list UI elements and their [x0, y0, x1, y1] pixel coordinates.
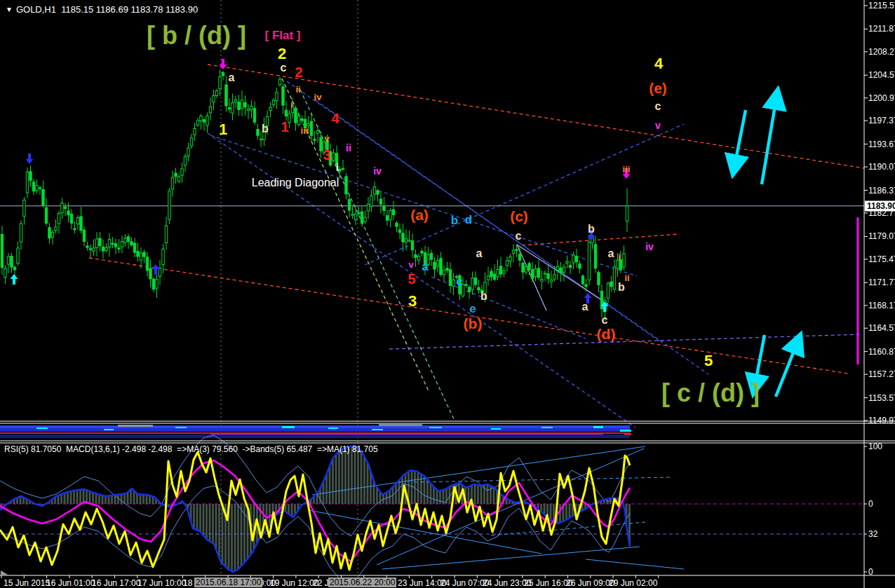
candle-body: [607, 283, 609, 298]
wave-annotation[interactable]: iv: [314, 93, 322, 102]
wave-annotation[interactable]: [ Flat ]: [265, 29, 301, 41]
candle-body: [320, 137, 322, 151]
candle-body: [566, 261, 568, 263]
wave-annotation[interactable]: i: [618, 252, 621, 261]
candle-body: [415, 255, 417, 258]
candle-body: [95, 239, 97, 247]
candle-body: [64, 207, 66, 209]
wave-annotation[interactable]: 5: [408, 272, 415, 286]
indicator-trendline[interactable]: [491, 522, 645, 535]
big-trend-arrow[interactable]: [776, 342, 798, 397]
wave-annotation[interactable]: e: [469, 303, 476, 315]
candle-body: [518, 254, 520, 260]
wave-annotation[interactable]: a: [476, 248, 483, 259]
wave-annotation[interactable]: [ c / (d) ]: [661, 381, 760, 406]
wave-annotation[interactable]: (e): [649, 81, 667, 95]
price-axis-label: 1153.57: [868, 393, 895, 403]
candle-body: [408, 240, 410, 241]
wave-annotation[interactable]: ii: [346, 143, 351, 153]
collapse-triangle-icon[interactable]: ▼: [6, 6, 13, 13]
wave-annotation[interactable]: [ b / (d) ]: [147, 23, 246, 48]
wave-annotation[interactable]: c: [655, 101, 661, 112]
wave-annotation[interactable]: (d): [597, 327, 616, 341]
indicator-trendline[interactable]: [382, 547, 640, 569]
candle-body: [13, 267, 15, 270]
wave-annotation[interactable]: 4: [654, 56, 663, 71]
candle-body: [282, 87, 284, 105]
wave-annotation[interactable]: iv: [645, 242, 654, 252]
strip-segment: [210, 434, 603, 435]
wave-annotation[interactable]: c: [281, 62, 287, 74]
candle-body: [594, 245, 596, 268]
candle-body: [411, 241, 413, 250]
wave-annotation[interactable]: iv: [373, 166, 382, 176]
wave-annotation[interactable]: 2: [278, 46, 286, 62]
candle-body: [80, 217, 82, 231]
strip-segment: [282, 426, 295, 428]
trendline[interactable]: [316, 100, 661, 342]
wave-annotation[interactable]: ii: [624, 273, 629, 282]
candle-body: [146, 257, 148, 271]
wave-annotation[interactable]: c: [602, 315, 608, 326]
candle-body: [440, 259, 442, 275]
wave-annotation[interactable]: c: [456, 275, 462, 287]
wave-annotation[interactable]: v: [655, 121, 661, 130]
wave-annotation[interactable]: 3: [323, 148, 330, 162]
time-axis-label: 15 Jun 2015: [4, 578, 50, 588]
candle-body: [345, 177, 347, 194]
wave-annotation[interactable]: iii: [301, 126, 309, 135]
wave-annotation[interactable]: iii: [623, 165, 631, 174]
wave-annotation[interactable]: i: [336, 162, 339, 172]
wave-annotation[interactable]: b: [451, 214, 458, 226]
wave-annotation[interactable]: b: [588, 224, 595, 235]
wave-annotation[interactable]: 5: [704, 353, 713, 369]
strip-segment: [118, 425, 153, 427]
indicator-scale-label: 0: [868, 499, 873, 509]
histogram-bar: [76, 490, 79, 504]
wave-annotation[interactable]: ii: [295, 85, 300, 94]
candle-body: [238, 102, 240, 110]
wave-annotation[interactable]: 4: [331, 111, 339, 125]
candle-body: [130, 242, 133, 245]
wave-annotation[interactable]: a: [608, 248, 614, 259]
candle-body: [99, 238, 101, 246]
wave-annotation[interactable]: 3: [408, 294, 417, 309]
resize-grip-icon[interactable]: [1, 570, 8, 575]
strip-segment: [541, 427, 553, 428]
wave-annotation[interactable]: b: [618, 282, 625, 293]
chart-canvas[interactable]: [0, 0, 895, 588]
wave-annotation[interactable]: a: [229, 72, 235, 83]
wave-annotation[interactable]: (a): [410, 207, 429, 222]
wave-annotation[interactable]: i: [290, 101, 292, 109]
wave-annotation[interactable]: 1: [219, 122, 227, 137]
indicator-trendline[interactable]: [586, 559, 684, 569]
indicator-trendline[interactable]: [309, 510, 541, 554]
candle-body: [213, 95, 215, 102]
indicator-trendline[interactable]: [414, 477, 670, 482]
wave-annotation[interactable]: d: [465, 214, 472, 226]
candle-body: [610, 282, 612, 287]
wave-annotation[interactable]: b: [480, 291, 487, 302]
trendline[interactable]: [389, 334, 861, 349]
wave-annotation[interactable]: 2: [295, 65, 302, 79]
candle-body: [83, 230, 85, 241]
wave-annotation[interactable]: v: [324, 134, 329, 143]
trendline[interactable]: [522, 234, 679, 245]
candle-body: [51, 232, 53, 237]
wave-annotation[interactable]: (b): [464, 316, 483, 331]
big-trend-arrow[interactable]: [734, 110, 746, 167]
histogram-bar: [98, 494, 100, 504]
wave-annotation[interactable]: a: [422, 261, 428, 273]
big-trend-arrow[interactable]: [762, 97, 776, 184]
candle-body: [20, 224, 22, 242]
wave-annotation[interactable]: c: [516, 231, 522, 242]
wave-annotation[interactable]: Leading Diagonal: [252, 177, 339, 189]
histogram-bar: [439, 491, 441, 504]
wave-annotation[interactable]: b: [262, 123, 269, 135]
wave-annotation[interactable]: v: [408, 260, 413, 269]
wave-annotation[interactable]: (c): [510, 209, 528, 224]
wave-annotation[interactable]: a: [582, 301, 588, 313]
strip-segment: [372, 429, 383, 430]
wave-annotation[interactable]: 1: [281, 120, 288, 134]
candle-body: [149, 268, 152, 279]
